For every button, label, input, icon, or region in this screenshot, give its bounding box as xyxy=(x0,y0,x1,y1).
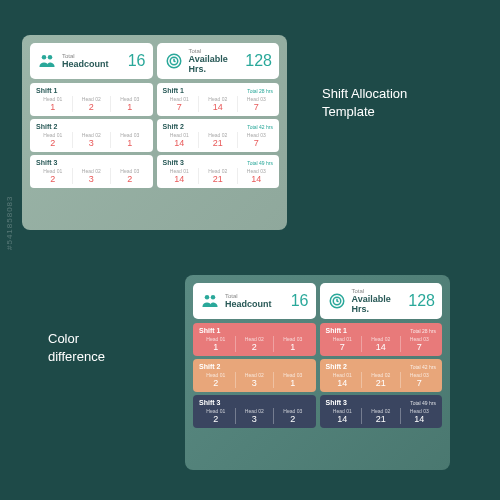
shift-row: Shift 2 Head 012 Head 023 Head 031 xyxy=(30,119,153,152)
shift-row: Shift 1Total 28 hrs Head 017 Head 0214 H… xyxy=(157,83,280,116)
shift-row: Shift 2Total 42 hrs Head 0114 Head 0221 … xyxy=(157,119,280,152)
shift-row: Shift 3 Head 012 Head 023 Head 032 xyxy=(30,155,153,188)
title-color-difference: Colordifference xyxy=(48,330,105,366)
people-icon xyxy=(200,291,220,311)
card-available-hrs: TotalAvailable Hrs. 128 xyxy=(157,43,280,79)
clock-icon xyxy=(164,51,184,71)
col-left: Shift 1 Head 011 Head 022 Head 031 Shift… xyxy=(30,83,153,188)
title-shift-allocation: Shift AllocationTemplate xyxy=(322,85,407,121)
hrs-value: 128 xyxy=(245,52,272,70)
headcount-value: 16 xyxy=(128,52,146,70)
shift-row: Shift 1 Head 011 Head 022 Head 031 xyxy=(193,323,316,356)
shift-row: Shift 3Total 49 hrs Head 0114 Head 0221 … xyxy=(157,155,280,188)
people-icon xyxy=(37,51,57,71)
shift-row: Shift 3Total 49 hrs Head 0114 Head 0221 … xyxy=(320,395,443,428)
card-available-hrs: TotalAvailable Hrs. 128 xyxy=(320,283,443,319)
svg-point-1 xyxy=(48,55,53,60)
svg-point-4 xyxy=(205,295,210,300)
col-right: Shift 1Total 28 hrs Head 017 Head 0214 H… xyxy=(157,83,280,188)
shift-row: Shift 2 Head 012 Head 023 Head 031 xyxy=(193,359,316,392)
card-headcount: TotalHeadcount 16 xyxy=(193,283,316,319)
shift-row: Shift 3 Head 012 Head 023 Head 032 xyxy=(193,395,316,428)
shift-row: Shift 1 Head 011 Head 022 Head 031 xyxy=(30,83,153,116)
hrs-value: 128 xyxy=(408,292,435,310)
panel-template: TotalHeadcount 16 TotalAvailable Hrs. 12… xyxy=(22,35,287,230)
col-left: Shift 1 Head 011 Head 022 Head 031 Shift… xyxy=(193,323,316,428)
watermark: #541858083 xyxy=(5,196,14,251)
card-headcount: TotalHeadcount 16 xyxy=(30,43,153,79)
svg-point-5 xyxy=(211,295,216,300)
shift-row: Shift 1Total 28 hrs Head 017 Head 0214 H… xyxy=(320,323,443,356)
panel-colored: TotalHeadcount 16 TotalAvailable Hrs. 12… xyxy=(185,275,450,470)
svg-point-0 xyxy=(42,55,47,60)
clock-icon xyxy=(327,291,347,311)
col-right: Shift 1Total 28 hrs Head 017 Head 0214 H… xyxy=(320,323,443,428)
headcount-value: 16 xyxy=(291,292,309,310)
shift-row: Shift 2Total 42 hrs Head 0114 Head 0221 … xyxy=(320,359,443,392)
